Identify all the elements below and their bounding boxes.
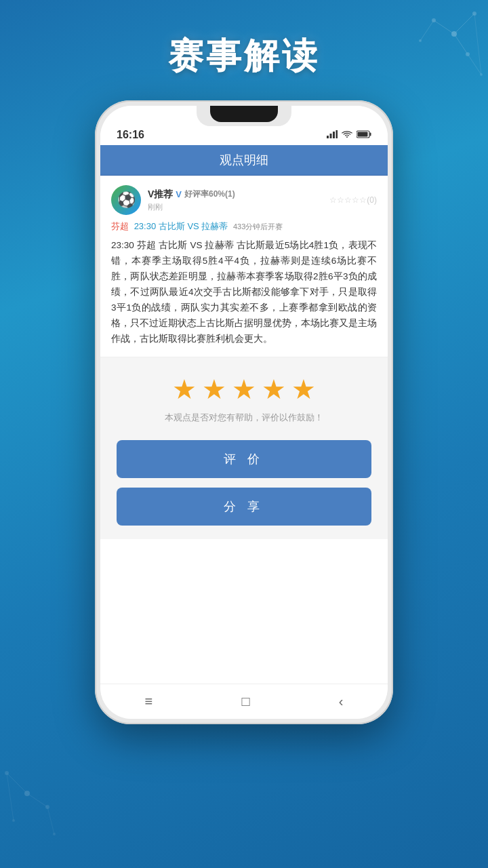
reviewer-info: V推荐 V 好评率60%(1) 刚刚 [148,189,235,212]
svg-point-15 [12,819,15,822]
svg-line-7 [434,20,454,34]
match-league: 芬超 [111,221,129,231]
app-header: 观点明细 [100,145,388,176]
power-button [392,222,393,263]
action-buttons: 评 价 分 享 [100,440,388,539]
good-rate: 好评率60%(1) [184,189,235,200]
network-decoration-bl [0,739,102,841]
svg-line-6 [454,14,474,34]
star-rating-right: ☆☆☆☆☆(0) [329,195,377,205]
bottom-nav-bar: ≡ □ ‹ [100,684,388,719]
volume-down-button [95,246,96,287]
svg-line-19 [7,773,14,821]
match-teams: 古比斯 VS 拉赫蒂 [159,221,228,231]
match-info: 芬超 23:30 古比斯 VS 拉赫蒂 433分钟后开赛 [111,220,377,233]
svg-point-14 [45,805,49,809]
star-4[interactable]: ★ [262,374,286,405]
svg-point-2 [432,18,436,22]
svg-point-13 [5,771,9,775]
share-button[interactable]: 分 享 [117,488,371,526]
svg-line-20 [47,807,54,834]
phone-screen: 16:16 [100,106,388,719]
avatar-icon: ⚽ [117,191,136,209]
battery-icon [357,130,371,140]
avatar: ⚽ [111,185,141,215]
menu-nav-icon[interactable]: ≡ [145,694,153,709]
star-2[interactable]: ★ [202,374,226,405]
match-time: 23:30 [134,221,157,231]
analysis-text: 23:30 芬超 古比斯 VS 拉赫蒂 古比斯最近5场比4胜1负，表现不错，本赛… [111,238,377,347]
svg-point-1 [472,12,476,16]
reviewer-left: ⚽ V推荐 V 好评率60%(1) 刚刚 [111,185,235,215]
reviewer-name: V推荐 V 好评率60%(1) [148,189,235,201]
svg-point-16 [53,833,56,835]
notch [197,106,291,126]
silent-button [95,297,96,338]
svg-line-17 [7,773,27,793]
reviewer-row: ⚽ V推荐 V 好评率60%(1) 刚刚 ☆☆☆☆☆(0) [111,185,377,215]
v-badge: V [176,189,182,199]
svg-rect-21 [327,136,329,138]
rating-hint: 本观点是否对您有帮助，评价以作鼓励！ [111,412,377,424]
review-card: ⚽ V推荐 V 好评率60%(1) 刚刚 ☆☆☆☆☆(0) [100,176,388,357]
evaluate-button[interactable]: 评 价 [117,440,371,478]
match-timer: 433分钟后开赛 [233,222,283,231]
status-time: 16:16 [117,129,144,141]
svg-rect-22 [330,134,332,138]
page-title: 赛事解读 [0,33,488,80]
phone-mockup: 16:16 [95,100,393,724]
signal-icon [327,130,338,140]
reviewer-time: 刚刚 [148,202,235,212]
star-1[interactable]: ★ [172,374,197,405]
wifi-icon [342,130,352,140]
volume-up-button [95,209,96,236]
notch-inner [210,106,278,122]
svg-rect-27 [358,132,368,136]
star-3[interactable]: ★ [232,374,256,405]
rating-section: ★ ★ ★ ★ ★ 本观点是否对您有帮助，评价以作鼓励！ [100,357,388,440]
app-header-title: 观点明细 [220,153,268,167]
svg-line-18 [27,793,47,807]
svg-rect-26 [370,132,371,136]
svg-rect-23 [333,132,335,138]
star-5[interactable]: ★ [291,374,316,405]
home-nav-icon[interactable]: □ [241,694,249,709]
back-nav-icon[interactable]: ‹ [339,694,344,709]
status-icons [327,130,371,140]
stars-row[interactable]: ★ ★ ★ ★ ★ [111,374,377,405]
svg-rect-24 [336,130,338,138]
svg-point-12 [24,791,30,796]
match-title: 芬超 23:30 古比斯 VS 拉赫蒂 433分钟后开赛 [111,220,377,233]
